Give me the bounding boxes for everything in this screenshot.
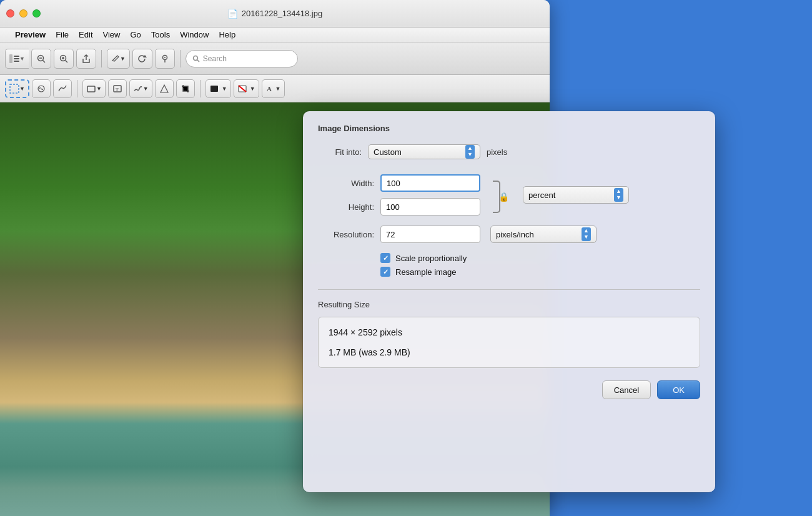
- text-style-icon: A: [265, 84, 275, 94]
- border-color-button[interactable]: ▼: [205, 79, 231, 98]
- menu-file[interactable]: File: [51, 30, 74, 39]
- resample-image-row: ✓ Resample image: [380, 267, 700, 277]
- fit-into-row: Fit into: Custom ▲ ▼ pixels: [318, 144, 700, 159]
- border-color-icon: [209, 84, 222, 94]
- app-menu: Preview File Edit View Go Tools Window H…: [0, 27, 550, 42]
- close-button[interactable]: [6, 9, 14, 17]
- instant-alpha-icon: [36, 84, 46, 94]
- fit-into-label: Fit into:: [318, 147, 362, 157]
- resulting-size-box: 1944 × 2592 pixels 1.7 MB (was 2.9 MB): [318, 317, 700, 368]
- rotate-icon: [138, 54, 147, 63]
- rotate-button[interactable]: [132, 49, 152, 69]
- res-unit-value: pixels/inch: [496, 230, 534, 239]
- sketch-icon: [57, 84, 67, 94]
- markup-button[interactable]: ▼: [107, 49, 130, 69]
- menu-tools[interactable]: Tools: [146, 30, 175, 39]
- scale-proportionally-checkbox[interactable]: ✓: [380, 253, 390, 263]
- chevron-down-icon: ▼: [250, 86, 255, 92]
- selection-tool-button[interactable]: ▼: [5, 79, 29, 98]
- file-icon: 📄: [227, 9, 238, 19]
- annotation-bar: ▼ ▼ T: [0, 75, 550, 102]
- sign-button[interactable]: ▼: [129, 79, 152, 98]
- width-unit-select[interactable]: percent ▲ ▼: [523, 186, 629, 204]
- svg-point-14: [193, 56, 197, 60]
- share-icon: [81, 54, 91, 64]
- minimize-button[interactable]: [19, 9, 27, 17]
- chevron-down-icon: ▼: [120, 56, 126, 62]
- size-mb: 1.7 MB (was 2.9 MB): [329, 347, 690, 357]
- zoom-out-icon: [37, 54, 46, 63]
- chevron-down-icon: ▼: [275, 86, 281, 92]
- share-button[interactable]: [76, 49, 96, 69]
- width-row: Width:: [318, 174, 480, 192]
- width-label: Width:: [318, 179, 374, 188]
- crop-button[interactable]: [176, 79, 195, 98]
- svg-line-6: [42, 60, 45, 62]
- title-bar: 📄 20161228_134418.jpg: [0, 0, 550, 27]
- lock-section: 🔒: [488, 174, 500, 216]
- selection-icon: [9, 84, 19, 94]
- adjust-button[interactable]: [155, 79, 174, 98]
- res-unit-arrows: ▲ ▼: [582, 227, 591, 241]
- maximize-button[interactable]: [32, 9, 41, 17]
- resolution-input[interactable]: [380, 226, 480, 243]
- text-style-button[interactable]: A ▼: [262, 79, 285, 98]
- ok-button[interactable]: OK: [657, 380, 700, 399]
- text-button[interactable]: T: [108, 79, 127, 98]
- height-row: Height:: [318, 198, 480, 216]
- svg-line-10: [65, 60, 67, 62]
- svg-rect-1: [14, 56, 19, 57]
- zoom-in-button[interactable]: [54, 49, 74, 69]
- svg-rect-16: [10, 84, 19, 93]
- image-dimensions-dialog: Image Dimensions Fit into: Custom ▲ ▼ pi…: [303, 111, 715, 492]
- chevron-down-icon: ▼: [96, 86, 102, 92]
- traffic-lights: [6, 9, 41, 17]
- search-icon: [192, 55, 200, 62]
- adjust-icon: [159, 84, 169, 94]
- menu-view[interactable]: View: [98, 30, 126, 39]
- scale-proportionally-label: Scale proportionally: [395, 254, 467, 263]
- instant-alpha-button[interactable]: [32, 79, 51, 98]
- chevron-down-icon: ▼: [19, 56, 25, 62]
- checkboxes-section: ✓ Scale proportionally ✓ Resample image: [380, 253, 700, 277]
- fit-into-value: Custom: [374, 147, 402, 157]
- sign-icon: [133, 84, 143, 94]
- shapes-button[interactable]: ▼: [82, 79, 106, 98]
- dimensions-section: Width: Height: 🔒 percent ▲ ▼: [318, 174, 700, 216]
- location-button[interactable]: [155, 49, 175, 69]
- chevron-down-icon: ▼: [19, 86, 25, 92]
- svg-rect-0: [9, 54, 12, 63]
- resolution-unit-select[interactable]: pixels/inch ▲ ▼: [490, 226, 597, 243]
- resample-image-label: Resample image: [395, 267, 457, 277]
- svg-rect-22: [210, 86, 218, 92]
- fit-unit-label: pixels: [487, 147, 507, 157]
- sketch-button[interactable]: [53, 79, 72, 98]
- scale-proportionally-row: ✓ Scale proportionally: [380, 253, 700, 263]
- shapes-icon: [86, 84, 96, 94]
- resolution-label: Resolution:: [318, 230, 374, 239]
- menu-preview[interactable]: Preview: [10, 30, 51, 39]
- unit-value: percent: [528, 191, 555, 200]
- cancel-button[interactable]: Cancel: [602, 380, 651, 399]
- menu-edit[interactable]: Edit: [74, 30, 97, 39]
- dialog-title: Image Dimensions: [318, 124, 700, 133]
- menu-help[interactable]: Help: [214, 30, 240, 39]
- unit-selects: percent ▲ ▼: [523, 174, 629, 216]
- width-input[interactable]: [380, 174, 480, 192]
- resample-image-checkbox[interactable]: ✓: [380, 267, 390, 277]
- menu-go[interactable]: Go: [125, 30, 146, 39]
- sidebar-toggle-button[interactable]: ▼: [5, 49, 29, 69]
- chevron-down-icon: ▼: [222, 86, 227, 92]
- toolbar: ▼ ▼: [0, 42, 550, 75]
- height-input[interactable]: [380, 198, 480, 216]
- search-box[interactable]: Search: [186, 50, 298, 67]
- zoom-out-button[interactable]: [31, 49, 51, 69]
- fit-into-select[interactable]: Custom ▲ ▼: [368, 144, 480, 159]
- lock-icon: 🔒: [498, 192, 509, 202]
- zoom-in-icon: [59, 54, 68, 63]
- fill-color-button[interactable]: ▼: [234, 79, 259, 98]
- svg-text:A: A: [267, 85, 272, 92]
- menu-window[interactable]: Window: [175, 30, 214, 39]
- anno-separator-2: [200, 80, 201, 97]
- window-title: 20161228_134418.jpg: [242, 9, 322, 18]
